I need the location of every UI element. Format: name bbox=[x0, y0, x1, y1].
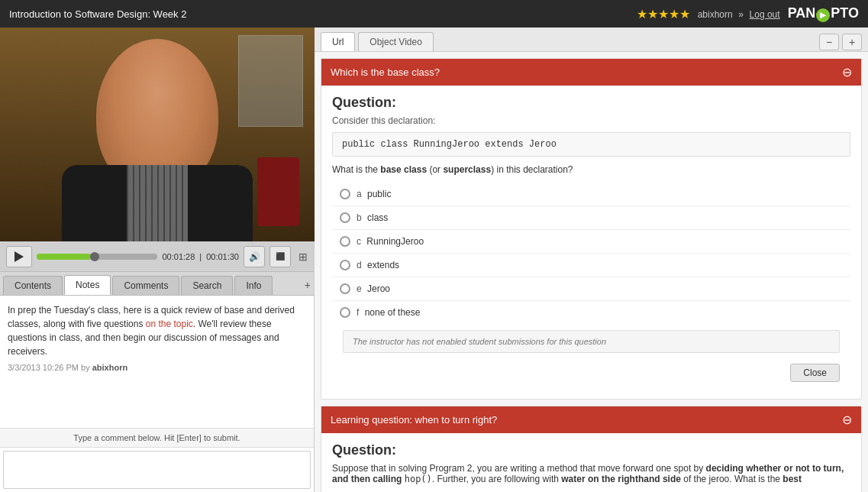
panel-expand-icon[interactable]: + bbox=[305, 279, 311, 291]
app-header: Introduction to Software Design: Week 2 … bbox=[0, 0, 868, 28]
question-block-1: Which is the base class? ⊖ Question: Con… bbox=[321, 58, 862, 400]
fullscreen-icon: ⬛ bbox=[276, 252, 285, 261]
tab-comments[interactable]: Comments bbox=[112, 276, 179, 295]
tab-search[interactable]: Search bbox=[181, 276, 233, 295]
note-body: In prep the Tuesday's class, here is a q… bbox=[8, 303, 306, 358]
question-1-body: Question: Consider this declaration: pub… bbox=[321, 86, 861, 399]
q2-code: hop() bbox=[405, 474, 432, 484]
options-list-1: a public b class c RunningJeroo d extend… bbox=[332, 183, 850, 324]
play-icon bbox=[15, 251, 24, 262]
video-player bbox=[0, 28, 315, 241]
code-block-1: public class RunningJeroo extends Jeroo bbox=[332, 132, 850, 157]
option-f[interactable]: f none of these bbox=[332, 301, 850, 324]
question-1-header: Which is the base class? ⊖ bbox=[321, 59, 861, 86]
play-button[interactable] bbox=[6, 246, 32, 267]
radio-b[interactable] bbox=[340, 212, 350, 223]
logout-link[interactable]: Log out bbox=[750, 9, 780, 20]
question-1-title: Which is the base class? bbox=[331, 66, 440, 78]
option-c[interactable]: c RunningJeroo bbox=[332, 230, 850, 254]
question-2-body: Question: Suppose that in solving Progra… bbox=[321, 433, 861, 492]
prompt-bold-base: base class bbox=[380, 164, 427, 175]
q2-bold2: water on the righthand side bbox=[561, 474, 681, 484]
time-total: 00:01:30 bbox=[206, 252, 239, 261]
logo-arrow-icon: ▶ bbox=[816, 8, 830, 22]
tab-url[interactable]: Url bbox=[321, 32, 355, 51]
volume-button[interactable]: 🔊 bbox=[244, 246, 265, 267]
content-tabs: Contents Notes Comments Search Info + bbox=[0, 272, 314, 296]
submission-notice: The instructor has not enabled student s… bbox=[343, 330, 840, 353]
collapse-button-2[interactable]: ⊖ bbox=[842, 413, 852, 427]
progress-fill bbox=[37, 254, 91, 260]
zoom-out-button[interactable]: − bbox=[819, 34, 839, 50]
option-d[interactable]: d extends bbox=[332, 254, 850, 277]
radio-f[interactable] bbox=[340, 307, 350, 318]
radio-c[interactable] bbox=[340, 236, 350, 247]
tab-object-video[interactable]: Object Video bbox=[358, 32, 434, 51]
close-button[interactable]: Close bbox=[790, 364, 840, 382]
question-1-label: Question: bbox=[332, 95, 850, 111]
notes-panel: In prep the Tuesday's class, here is a q… bbox=[0, 296, 314, 492]
question-2-prompt: Suppose that in solving Program 2, you a… bbox=[332, 463, 850, 484]
note-link[interactable]: on the topic bbox=[146, 319, 193, 329]
left-panel: 00:01:28 | 00:01:30 🔊 ⬛ ⊞ Contents Notes… bbox=[0, 28, 315, 492]
question-2-header: Learning question: when to turn right? ⊖ bbox=[321, 406, 861, 433]
panopto-logo: PAN▶PTO bbox=[788, 5, 859, 22]
option-e[interactable]: e Jeroo bbox=[332, 277, 850, 301]
tab-notes[interactable]: Notes bbox=[64, 275, 111, 295]
question-2-label: Question: bbox=[332, 442, 850, 458]
notes-content: In prep the Tuesday's class, here is a q… bbox=[0, 296, 314, 429]
radio-e[interactable] bbox=[340, 283, 350, 294]
comment-input[interactable] bbox=[3, 451, 311, 489]
question-2-title: Learning question: when to turn right? bbox=[331, 414, 497, 426]
question-1-prompt: What is the base class (or superclass) i… bbox=[332, 164, 850, 175]
right-panel: Url Object Video − + Which is the base c… bbox=[315, 28, 868, 492]
shirt-pattern bbox=[127, 165, 188, 241]
volume-icon: 🔊 bbox=[249, 251, 260, 262]
question-block-2: Learning question: when to turn right? ⊖… bbox=[321, 406, 862, 492]
user-info: abixhorn » Log out bbox=[698, 8, 780, 20]
option-a[interactable]: a public bbox=[332, 183, 850, 206]
background-window bbox=[238, 35, 303, 127]
expand-icon[interactable]: ⊞ bbox=[298, 251, 308, 263]
time-current: 00:01:28 bbox=[162, 252, 195, 261]
video-controls: 00:01:28 | 00:01:30 🔊 ⬛ ⊞ bbox=[0, 241, 314, 272]
close-btn-row: Close bbox=[332, 359, 850, 390]
comment-hint: Type a comment below. Hit [Enter] to sub… bbox=[0, 429, 314, 448]
progress-thumb[interactable] bbox=[90, 252, 99, 261]
url-tabs: Url Object Video − + bbox=[315, 28, 868, 52]
username: abixhorn bbox=[698, 9, 733, 20]
radio-a[interactable] bbox=[340, 189, 350, 199]
note-author: abixhorn bbox=[92, 363, 127, 372]
radio-d[interactable] bbox=[340, 260, 350, 270]
collapse-button-1[interactable]: ⊖ bbox=[842, 65, 852, 79]
app-title: Introduction to Software Design: Week 2 bbox=[9, 8, 186, 20]
option-b[interactable]: b class bbox=[332, 206, 850, 230]
tab-info[interactable]: Info bbox=[234, 276, 273, 295]
question-1-desc: Consider this declaration: bbox=[332, 115, 850, 126]
prompt-bold-super: superclass bbox=[443, 164, 491, 175]
q2-bold3: best bbox=[782, 474, 802, 484]
progress-bar[interactable] bbox=[37, 254, 157, 260]
fullscreen-button[interactable]: ⬛ bbox=[269, 246, 291, 267]
chair-element bbox=[257, 157, 299, 226]
note-meta: 3/3/2013 10:26 PM by abixhorn bbox=[8, 363, 306, 372]
tab-contents[interactable]: Contents bbox=[3, 276, 63, 295]
star-rating: ★★★★★ bbox=[637, 7, 690, 21]
zoom-in-button[interactable]: + bbox=[842, 34, 862, 50]
